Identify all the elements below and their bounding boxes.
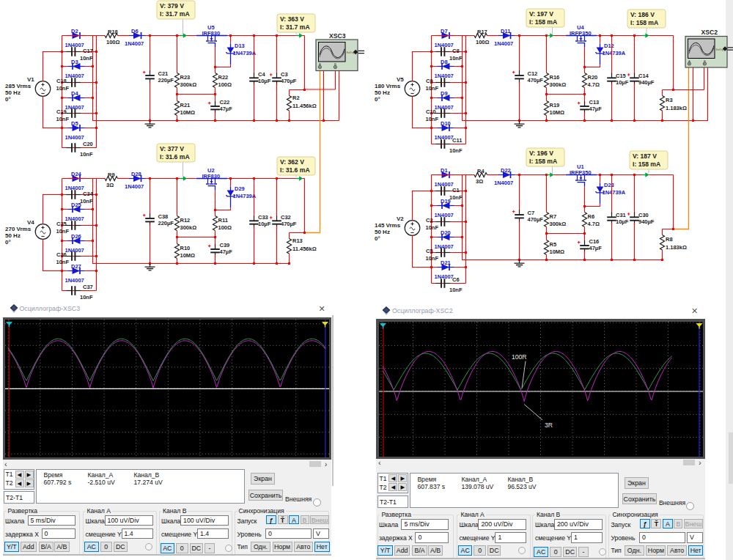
svg-text:300kΩ: 300kΩ xyxy=(180,81,197,88)
svg-text:I: 31.6 mA: I: 31.6 mA xyxy=(160,153,190,161)
svg-text:C12: C12 xyxy=(528,70,538,77)
svg-text:R20: R20 xyxy=(588,74,598,81)
svg-text:10nF: 10nF xyxy=(426,255,439,262)
svg-text:D3: D3 xyxy=(71,59,78,65)
svg-text:1N4739A: 1N4739A xyxy=(603,189,626,196)
svg-text:10µF: 10µF xyxy=(258,221,271,227)
svg-text:R7: R7 xyxy=(550,213,557,220)
svg-text:C36: C36 xyxy=(56,251,67,258)
svg-text:R11: R11 xyxy=(218,217,228,224)
svg-text:C22: C22 xyxy=(220,99,230,106)
svg-text:10µF: 10µF xyxy=(258,78,271,84)
svg-text:300kΩ: 300kΩ xyxy=(550,221,567,227)
svg-text:1N4007: 1N4007 xyxy=(494,40,513,47)
svg-text:1.183kΩ: 1.183kΩ xyxy=(666,244,687,251)
svg-text:10MΩ: 10MΩ xyxy=(550,109,565,116)
svg-text:10MΩ: 10MΩ xyxy=(550,248,565,255)
svg-text:IRF830: IRF830 xyxy=(202,173,221,180)
svg-text:100Ω: 100Ω xyxy=(476,39,490,45)
svg-text:47µF: 47µF xyxy=(220,106,233,112)
svg-text:IRF830: IRF830 xyxy=(202,30,221,37)
svg-text:C7: C7 xyxy=(528,210,535,216)
svg-text:D9: D9 xyxy=(441,90,448,97)
svg-text:C39: C39 xyxy=(220,242,230,248)
svg-text:1N4007: 1N4007 xyxy=(435,273,454,280)
svg-text:I: 31.6 mA: I: 31.6 mA xyxy=(280,166,310,174)
svg-text:D10: D10 xyxy=(441,120,451,127)
svg-text:R8: R8 xyxy=(666,236,673,243)
svg-text:1N4007: 1N4007 xyxy=(435,212,454,218)
svg-text:C10: C10 xyxy=(426,108,436,115)
svg-text:0°: 0° xyxy=(375,235,380,242)
svg-text:C6: C6 xyxy=(452,276,460,283)
svg-text:R3: R3 xyxy=(666,97,673,103)
svg-text:R16: R16 xyxy=(550,74,560,81)
svg-text:C21: C21 xyxy=(158,70,169,77)
svg-text:50 Hz: 50 Hz xyxy=(375,89,390,96)
svg-text:940µF: 940µF xyxy=(638,218,655,225)
svg-text:10nF: 10nF xyxy=(426,116,439,122)
svg-text:V: 377 V: V: 377 V xyxy=(160,145,184,152)
svg-text:10nF: 10nF xyxy=(80,198,93,205)
svg-text:10nF: 10nF xyxy=(449,55,463,62)
svg-text:R21: R21 xyxy=(180,102,191,108)
svg-text:10nF: 10nF xyxy=(56,259,70,265)
svg-text:R17: R17 xyxy=(477,29,487,35)
svg-text:0°: 0° xyxy=(5,239,11,246)
svg-text:R9: R9 xyxy=(108,172,115,178)
svg-text:V: 379 V: V: 379 V xyxy=(160,2,184,10)
svg-text:V: 363 V: V: 363 V xyxy=(280,15,304,23)
svg-text:V: 196 V: V: 196 V xyxy=(529,150,553,157)
svg-text:D27: D27 xyxy=(71,263,81,270)
svg-text:V: 187 V: V: 187 V xyxy=(633,152,657,160)
svg-text:D6: D6 xyxy=(131,28,139,34)
svg-text:220µF: 220µF xyxy=(158,77,174,84)
svg-text:10MΩ: 10MΩ xyxy=(180,252,196,259)
svg-text:4.7Ω: 4.7Ω xyxy=(588,81,600,88)
svg-text:4.7Ω: 4.7Ω xyxy=(588,221,600,227)
svg-text:47µF: 47µF xyxy=(589,245,603,251)
svg-text:50 Hz: 50 Hz xyxy=(5,89,21,96)
svg-text:1N4007: 1N4007 xyxy=(65,73,84,79)
svg-text:1.183kΩ: 1.183kΩ xyxy=(666,105,687,111)
svg-text:D24: D24 xyxy=(71,171,82,177)
svg-text:47µF: 47µF xyxy=(220,248,233,255)
svg-text:1N4007: 1N4007 xyxy=(494,180,513,186)
svg-text:10nF: 10nF xyxy=(426,85,439,92)
svg-text:D20: D20 xyxy=(441,229,451,236)
svg-text:I: 158 mA: I: 158 mA xyxy=(529,158,557,165)
svg-text:C34: C34 xyxy=(83,191,94,197)
svg-text:I: 158 mA: I: 158 mA xyxy=(529,18,557,26)
svg-text:180 Vrms: 180 Vrms xyxy=(375,83,401,89)
svg-text:1N4007: 1N4007 xyxy=(65,277,84,284)
svg-text:100Ω: 100Ω xyxy=(218,224,232,231)
svg-text:1N4007: 1N4007 xyxy=(435,134,454,141)
svg-text:D29: D29 xyxy=(235,185,245,192)
svg-text:10MΩ: 10MΩ xyxy=(180,109,196,116)
svg-text:10nF: 10nF xyxy=(56,116,70,122)
svg-text:C17: C17 xyxy=(83,48,93,54)
svg-text:100R: 100R xyxy=(512,353,527,360)
svg-text:100Ω: 100Ω xyxy=(218,81,232,88)
svg-text:1N4007: 1N4007 xyxy=(435,42,454,48)
svg-text:C8: C8 xyxy=(452,48,460,54)
svg-text:3Ω: 3Ω xyxy=(476,178,483,185)
svg-text:C16: C16 xyxy=(589,238,600,245)
svg-text:C11: C11 xyxy=(452,137,462,144)
svg-text:1N4007: 1N4007 xyxy=(65,42,84,48)
svg-text:0°: 0° xyxy=(375,96,380,103)
svg-text:IRFP350: IRFP350 xyxy=(570,169,592,176)
svg-text:D23: D23 xyxy=(604,182,614,188)
svg-text:C2: C2 xyxy=(426,217,433,224)
svg-text:10nF: 10nF xyxy=(56,85,70,92)
svg-text:I: 31.7 mA: I: 31.7 mA xyxy=(280,23,310,31)
svg-text:D12: D12 xyxy=(604,43,614,49)
svg-text:XSC3: XSC3 xyxy=(329,32,346,40)
svg-text:XSC2: XSC2 xyxy=(701,29,718,36)
svg-text:R22: R22 xyxy=(218,74,229,81)
svg-text:100Ω: 100Ω xyxy=(106,39,120,45)
svg-text:3Ω: 3Ω xyxy=(106,182,114,188)
svg-text:47µF: 47µF xyxy=(589,106,603,112)
svg-text:D28: D28 xyxy=(131,171,141,177)
svg-text:V: 186 V: V: 186 V xyxy=(630,11,655,18)
